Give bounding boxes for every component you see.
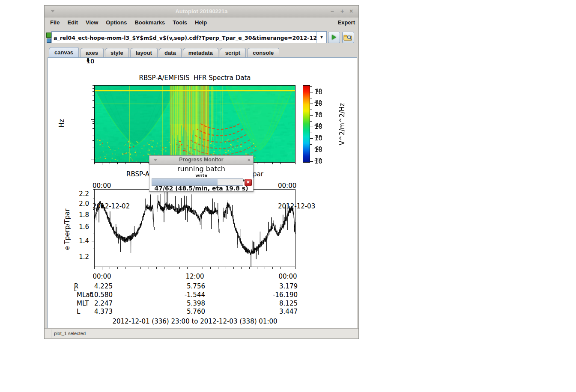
colorbar[interactable] — [303, 82, 316, 166]
menu-view[interactable]: View — [82, 18, 102, 27]
progress-dialog-title: Progress Monitor — [149, 157, 253, 163]
lineplot-title-fragment-right: par — [253, 170, 263, 178]
menu-help[interactable]: Help — [191, 18, 211, 27]
progress-status-label: 47/62 (48.5/min, eta 19.8 s) — [149, 185, 253, 192]
datasource-type-icons — [46, 32, 51, 43]
lineplot[interactable] — [90, 186, 301, 270]
close-button[interactable]: × — [347, 7, 355, 15]
lineplot-x-tick: 00:00 — [85, 273, 119, 280]
statusbar-message: plot_1 selected — [54, 331, 86, 336]
annotation-value: -1.544 — [149, 291, 205, 299]
annotation-value: -16.190 — [242, 291, 298, 299]
spectrogram-title: RBSP-A/EMFISIS HFR Spectra Data — [94, 74, 295, 82]
address-row: ▼ — [45, 27, 358, 47]
tab-metadata[interactable]: metadata — [183, 48, 218, 57]
menu-tools[interactable]: Tools — [169, 18, 191, 27]
annotation-value: 2.247 — [57, 300, 113, 307]
menu-options[interactable]: Options — [102, 18, 131, 27]
window-title: Autoplot 20190221a — [45, 8, 358, 15]
datasource-blue-square-icon — [47, 39, 51, 43]
annotation-value: 5.756 — [149, 282, 205, 290]
go-button[interactable] — [328, 32, 340, 43]
progress-bar-fill — [152, 179, 218, 185]
annotation-value: 5.398 — [149, 300, 205, 307]
progress-dialog-titlebar[interactable]: Progress Monitor × — [149, 156, 253, 165]
window-titlebar[interactable]: Autoplot 20190221a – + × — [45, 6, 358, 18]
annotation-value: 5.760 — [149, 308, 205, 315]
lineplot-y-tick: 1.4 — [64, 237, 89, 245]
lineplot-y-tick: 2.0 — [64, 200, 89, 208]
uri-combobox: ▼ — [51, 31, 327, 43]
menu-bookmarks[interactable]: Bookmarks — [131, 18, 169, 27]
tab-canvas[interactable]: canvas — [49, 47, 79, 57]
colorbar-tick: 10-22 — [314, 157, 344, 166]
tab-style[interactable]: style — [105, 48, 129, 57]
desktop: Autoplot 20190221a – + × File Edit View … — [0, 0, 576, 392]
timerange-footer: 2012-12-01 (336) 23:00 to 2012-12-03 (33… — [94, 318, 295, 325]
progress-task-label: running batch — [149, 165, 253, 173]
inspect-uri-button[interactable] — [342, 32, 354, 43]
menu-edit[interactable]: Edit — [63, 18, 82, 27]
tab-console[interactable]: console — [247, 48, 279, 57]
annotation-value: 4.225 — [57, 282, 113, 290]
lineplot-y-tick: 1.8 — [64, 211, 89, 219]
tab-script[interactable]: script — [220, 48, 246, 57]
lineplot-y-tick: 2.2 — [64, 190, 89, 198]
progress-monitor-dialog: Progress Monitor × running batch write /… — [149, 155, 254, 192]
maximize-button[interactable]: + — [338, 7, 346, 15]
annotation-value: 3.447 — [242, 308, 298, 315]
tab-layout[interactable]: layout — [130, 48, 158, 57]
menu-file[interactable]: File — [46, 18, 63, 27]
lineplot-y-tick: 1.2 — [64, 253, 89, 261]
dialog-close-icon[interactable]: × — [247, 157, 251, 163]
tab-bar: canvas axes style layout data metadata s… — [45, 47, 358, 57]
datasource-green-square-icon — [46, 33, 51, 38]
minimize-button[interactable]: – — [328, 7, 336, 15]
expert-mode-label[interactable]: Expert — [338, 19, 358, 26]
spectrogram-y-axis-label: Hz — [58, 110, 66, 136]
spectrogram-plot[interactable] — [90, 82, 301, 166]
colorbar-axis-label: V^2/m^2/Hz — [338, 90, 346, 158]
autoplot-window: Autoplot 20190221a – + × File Edit View … — [44, 5, 359, 339]
play-icon — [332, 35, 336, 40]
lineplot-x-tick: 00:00 — [271, 273, 305, 280]
lineplot-title-fragment-left: RBSP-A — [126, 170, 149, 178]
annotation-value: 8.125 — [242, 300, 298, 307]
folder-magnifier-icon — [343, 33, 353, 42]
annotation-value: 3.179 — [242, 282, 298, 290]
lineplot-x-tick: 12:00 — [178, 273, 212, 280]
spectrogram-y-tick-1e4: 104 — [65, 58, 90, 66]
status-bar: plot_1 selected — [45, 328, 358, 339]
statusbar-divider — [51, 330, 51, 338]
tab-axes[interactable]: axes — [80, 48, 104, 57]
plot-canvas-area[interactable]: RBSP-A/EMFISIS HFR Spectra Data Hz 105 1… — [48, 57, 357, 329]
lineplot-y-tick: 1.6 — [64, 223, 89, 231]
tab-data[interactable]: data — [159, 48, 182, 57]
uri-dropdown-arrow-icon[interactable]: ▼ — [316, 32, 326, 43]
uri-input[interactable] — [53, 32, 317, 43]
menu-bar: File Edit View Options Bookmarks Tools H… — [45, 18, 358, 27]
annotation-value: 4.373 — [57, 308, 113, 315]
annotation-value: -10.580 — [57, 291, 113, 299]
